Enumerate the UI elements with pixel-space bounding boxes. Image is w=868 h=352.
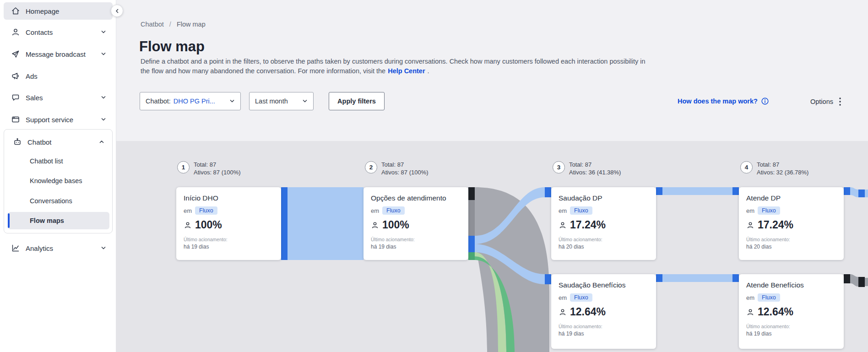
last-trigger-label: Último acionamento: bbox=[559, 324, 649, 329]
last-trigger-value: há 19 dias bbox=[559, 330, 649, 337]
period-filter-dropdown[interactable]: Last month bbox=[249, 92, 314, 110]
column-total: Total: 87 bbox=[569, 161, 621, 168]
person-icon bbox=[559, 308, 567, 316]
chatbot-filter-dropdown[interactable]: Chatbot: DHO PG Pri... bbox=[140, 92, 241, 110]
person-icon bbox=[746, 308, 754, 316]
flow-card-opcoes-de-atendimento[interactable]: Opções de atendimento emFluxo 100% Últim… bbox=[363, 187, 468, 260]
fluxo-badge: Fluxo bbox=[758, 206, 780, 215]
flow-column-header-2: 2 Total: 87 Ativos: 87 (100%) bbox=[365, 161, 429, 176]
sidebar-item-knowledge-bases[interactable]: Knowledge bases bbox=[8, 172, 109, 190]
options-button[interactable]: Options bbox=[810, 97, 841, 106]
chatbot-filter-label: Chatbot: bbox=[146, 97, 171, 105]
chevron-up-icon bbox=[98, 138, 105, 146]
breadcrumb-separator: / bbox=[169, 21, 171, 28]
sidebar-item-label: Chatbot bbox=[27, 138, 92, 146]
sidebar-item-chatbot[interactable]: Chatbot bbox=[5, 132, 111, 152]
flow-card-percent: 12.64% bbox=[570, 306, 606, 318]
flow-card-title: Saudação Benefícios bbox=[559, 281, 649, 289]
sidebar-item-message-broadcast[interactable]: Message broadcast bbox=[4, 44, 113, 64]
sidebar-item-label: Sales bbox=[26, 94, 94, 102]
chevron-down-icon bbox=[301, 97, 309, 105]
em-label: em bbox=[184, 207, 192, 214]
sidebar-item-label: Analytics bbox=[26, 244, 94, 252]
ads-icon bbox=[11, 71, 20, 81]
sidebar-item-chatbot-list[interactable]: Chatbot list bbox=[8, 152, 109, 170]
last-trigger-label: Último acionamento: bbox=[746, 324, 836, 329]
column-actives: Ativos: 36 (41.38%) bbox=[569, 168, 621, 176]
em-label: em bbox=[371, 207, 379, 214]
apply-filters-button[interactable]: Apply filters bbox=[329, 92, 385, 110]
flow-card-atende-beneficios[interactable]: Atende Benefícios emFluxo 12.64% Último … bbox=[739, 274, 844, 349]
sidebar-chatbot-group: Chatbot Chatbot list Knowledge bases Con… bbox=[4, 129, 113, 233]
person-icon bbox=[746, 221, 754, 229]
flow-card-title: Início DHO bbox=[184, 194, 274, 202]
sidebar-item-label: Support service bbox=[26, 116, 94, 124]
page-title: Flow map bbox=[139, 38, 205, 55]
flow-card-percent: 17.24% bbox=[758, 219, 793, 231]
sidebar-item-ads[interactable]: Ads bbox=[4, 66, 113, 86]
sidebar-item-support-service[interactable]: Support service bbox=[4, 110, 113, 129]
sales-icon bbox=[11, 93, 20, 102]
sidebar-item-homepage[interactable]: Homepage bbox=[4, 2, 113, 20]
period-filter-value: Last month bbox=[255, 97, 288, 105]
description-period: . bbox=[428, 67, 429, 75]
em-label: em bbox=[746, 207, 754, 214]
breadcrumb-current: Flow map bbox=[177, 21, 206, 28]
person-icon bbox=[371, 221, 379, 229]
sidebar-item-flow-maps[interactable]: Flow maps bbox=[8, 212, 109, 229]
support-icon bbox=[11, 115, 20, 124]
flow-card-saudacao-beneficios[interactable]: Saudação Benefícios emFluxo 12.64% Últim… bbox=[551, 274, 656, 349]
last-trigger-value: há 19 dias bbox=[746, 330, 836, 337]
column-total: Total: 87 bbox=[194, 161, 241, 168]
fluxo-badge: Fluxo bbox=[195, 206, 217, 215]
flow-column-header-4: 4 Total: 87 Ativos: 32 (36.78%) bbox=[740, 161, 808, 176]
sidebar-item-analytics[interactable]: Analytics bbox=[4, 238, 113, 258]
breadcrumb-chatbot[interactable]: Chatbot bbox=[141, 21, 164, 28]
chevron-down-icon bbox=[228, 97, 236, 105]
selected-indicator-bar bbox=[8, 213, 10, 228]
sidebar-collapse-button[interactable] bbox=[111, 5, 123, 17]
sidebar-item-label: Contacts bbox=[26, 28, 94, 36]
options-label: Options bbox=[810, 98, 833, 105]
last-trigger-value: há 20 dias bbox=[746, 244, 836, 250]
person-icon bbox=[559, 221, 567, 229]
kebab-menu-icon bbox=[839, 97, 841, 106]
page-description: Define a chatbot and a point in the filt… bbox=[141, 57, 656, 76]
flow-card-atende-dp[interactable]: Atende DP emFluxo 17.24% Último acioname… bbox=[739, 187, 844, 260]
flow-card-percent: 12.64% bbox=[758, 306, 793, 318]
sidebar-item-contacts[interactable]: Contacts bbox=[4, 22, 113, 42]
last-trigger-label: Último acionamento: bbox=[559, 237, 649, 242]
help-center-link[interactable]: Help Center bbox=[388, 67, 425, 75]
flow-card-percent: 100% bbox=[195, 219, 222, 231]
chevron-down-icon bbox=[100, 244, 107, 252]
column-number-badge: 1 bbox=[177, 161, 190, 173]
fluxo-badge: Fluxo bbox=[382, 206, 405, 215]
column-number-badge: 4 bbox=[740, 161, 753, 173]
last-trigger-value: há 20 dias bbox=[559, 244, 649, 250]
fluxo-badge: Fluxo bbox=[758, 293, 780, 302]
flow-card-title: Atende DP bbox=[746, 194, 836, 202]
flow-column-header-1: 1 Total: 87 Ativos: 87 (100%) bbox=[177, 161, 241, 176]
last-trigger-label: Último acionamento: bbox=[746, 237, 836, 242]
sidebar-item-label: Homepage bbox=[26, 7, 107, 15]
fluxo-badge: Fluxo bbox=[570, 293, 592, 302]
sidebar-item-conversations[interactable]: Conversations bbox=[8, 192, 109, 210]
send-icon bbox=[11, 49, 20, 59]
sidebar-item-sales[interactable]: Sales bbox=[4, 88, 113, 107]
chevron-down-icon bbox=[100, 50, 107, 58]
flow-card-saudacao-dp[interactable]: Saudação DP emFluxo 17.24% Último aciona… bbox=[551, 187, 656, 260]
last-trigger-value: há 19 dias bbox=[184, 244, 274, 250]
sidebar-item-label: Message broadcast bbox=[26, 50, 94, 58]
home-icon bbox=[11, 6, 20, 16]
column-actives: Ativos: 87 (100%) bbox=[194, 168, 241, 176]
map-help-link[interactable]: How does the map work? bbox=[678, 97, 769, 105]
flow-card-percent: 17.24% bbox=[570, 219, 606, 231]
last-trigger-label: Último acionamento: bbox=[371, 237, 461, 242]
sidebar-subitem-label: Flow maps bbox=[30, 217, 64, 224]
app-root: Homepage Contacts Message broadcast Ads … bbox=[0, 0, 868, 352]
flow-card-inicio-dho[interactable]: Início DHO emFluxo 100% Último acionamen… bbox=[176, 187, 281, 260]
em-label: em bbox=[746, 294, 754, 301]
fluxo-badge: Fluxo bbox=[570, 206, 592, 215]
sidebar: Homepage Contacts Message broadcast Ads … bbox=[0, 0, 116, 352]
flow-card-title: Atende Benefícios bbox=[746, 281, 836, 289]
